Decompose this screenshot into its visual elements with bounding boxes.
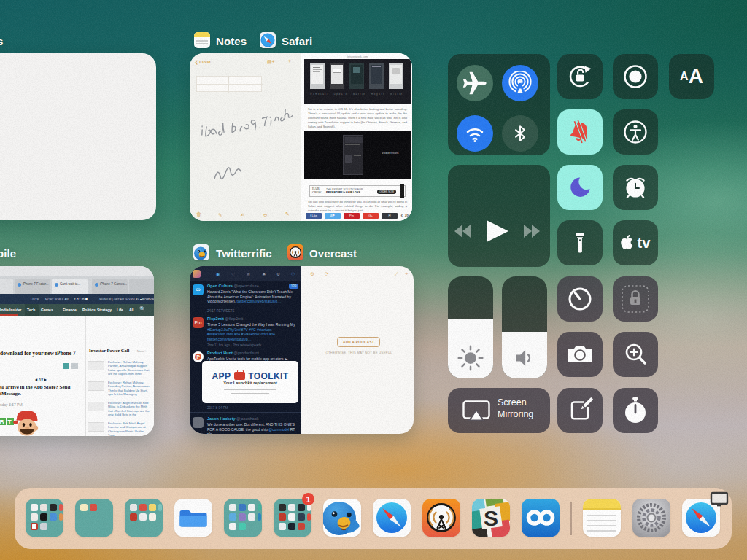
svg-text:T: T xyxy=(8,419,12,426)
svg-text:S: S xyxy=(484,506,498,530)
svg-text:B: B xyxy=(0,419,4,426)
